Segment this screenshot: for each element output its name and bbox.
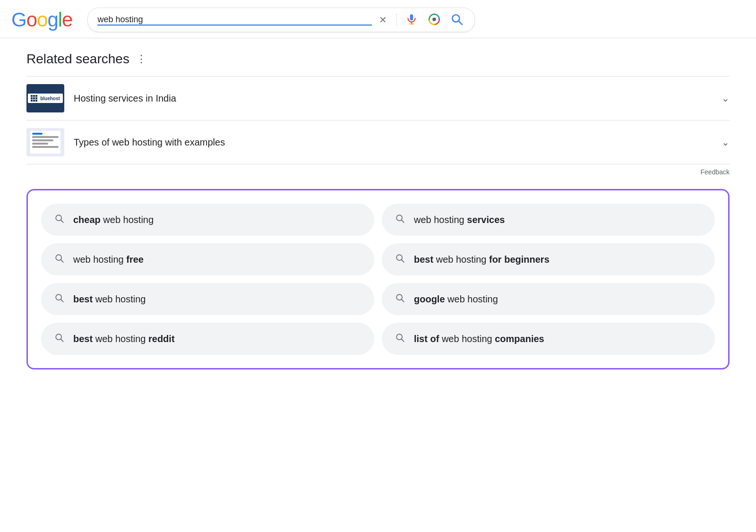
logo-l: l: [58, 9, 62, 31]
search-bar[interactable]: web hosting ✕: [87, 8, 475, 32]
logo-e: e: [62, 9, 72, 31]
related-item-hosting-india[interactable]: bluehost Hosting services in India ⌄: [26, 76, 730, 120]
main-content: Related searches ⋮ bluehost Hosting serv…: [0, 38, 756, 383]
mic-button[interactable]: [404, 11, 420, 29]
suggestion-text-best-web-hosting-reddit: best web hosting reddit: [73, 334, 175, 344]
suggestion-text-web-hosting-services: web hosting services: [414, 215, 505, 225]
related-searches-title: Related searches: [26, 51, 129, 67]
logo-o1: o: [26, 9, 37, 31]
related-thumbnail-types: [26, 128, 64, 156]
suggestion-text-web-hosting-free: web hosting free: [73, 254, 144, 265]
svg-line-20: [61, 339, 63, 341]
logo-g2: g: [47, 9, 58, 31]
suggestion-text-google-web-hosting: google web hosting: [414, 294, 498, 305]
google-logo[interactable]: Google: [11, 9, 72, 31]
search-button[interactable]: [449, 11, 465, 29]
suggestion-chip-best-web-hosting[interactable]: best web hosting: [41, 283, 374, 315]
lens-icon: [428, 13, 440, 27]
search-icon: [395, 293, 405, 306]
suggestion-chip-web-hosting-services[interactable]: web hosting services: [382, 204, 715, 236]
suggestions-grid: cheap web hosting web hosting services w…: [41, 204, 715, 355]
svg-line-22: [402, 339, 404, 341]
suggestion-text-list-of-web-hosting-companies: list of web hosting companies: [414, 334, 544, 344]
suggestion-text-best-web-hosting-beginners: best web hosting for beginners: [414, 254, 550, 265]
search-icon: [54, 333, 65, 345]
svg-line-18: [402, 299, 404, 301]
suggestion-chip-best-web-hosting-reddit[interactable]: best web hosting reddit: [41, 323, 374, 355]
more-options-icon[interactable]: ⋮: [136, 53, 147, 65]
clear-button[interactable]: ✕: [376, 13, 390, 27]
chevron-down-icon-2: ⌄: [722, 137, 730, 148]
logo-o2: o: [37, 9, 47, 31]
suggestion-chip-list-of-web-hosting-companies[interactable]: list of web hosting companies: [382, 323, 715, 355]
search-icon-group: ✕: [376, 11, 465, 29]
header: Google web hosting ✕: [0, 0, 756, 38]
related-item-text-hosting-india: Hosting services in India: [74, 93, 712, 104]
close-icon: ✕: [378, 15, 388, 25]
svg-line-16: [61, 299, 63, 301]
svg-rect-0: [410, 14, 413, 20]
suggestion-chip-google-web-hosting[interactable]: google web hosting: [382, 283, 715, 315]
search-input[interactable]: web hosting: [97, 15, 372, 26]
svg-line-12: [61, 259, 63, 262]
svg-line-6: [459, 21, 462, 24]
related-thumbnail-bluehost: bluehost: [26, 84, 64, 112]
search-icon: [54, 253, 65, 266]
search-icon: [54, 293, 65, 306]
svg-line-8: [61, 220, 63, 222]
suggestion-chip-web-hosting-free[interactable]: web hosting free: [41, 243, 374, 275]
chevron-down-icon: ⌄: [722, 93, 730, 104]
mic-icon: [405, 13, 418, 27]
related-item-types[interactable]: Types of web hosting with examples ⌄: [26, 120, 730, 164]
logo-g: G: [11, 9, 26, 31]
svg-point-4: [433, 17, 437, 21]
search-icon: [395, 214, 405, 226]
svg-line-10: [402, 220, 404, 222]
suggestion-chip-best-web-hosting-beginners[interactable]: best web hosting for beginners: [382, 243, 715, 275]
suggestion-text-cheap-web-hosting: cheap web hosting: [73, 215, 154, 225]
search-icon: [395, 333, 405, 345]
search-icon: [395, 253, 405, 266]
related-item-text-types: Types of web hosting with examples: [74, 137, 712, 148]
svg-line-14: [402, 259, 404, 262]
related-heading: Related searches ⋮: [26, 51, 730, 67]
search-icon: [451, 13, 463, 27]
search-icon: [54, 214, 65, 226]
suggestion-chip-cheap-web-hosting[interactable]: cheap web hosting: [41, 204, 374, 236]
lens-button[interactable]: [426, 11, 442, 29]
feedback-link[interactable]: Feedback: [701, 168, 730, 176]
feedback-row: Feedback: [26, 164, 730, 185]
divider: [396, 13, 397, 26]
suggestion-text-best-web-hosting: best web hosting: [73, 294, 146, 305]
suggestions-container: cheap web hosting web hosting services w…: [26, 189, 730, 369]
